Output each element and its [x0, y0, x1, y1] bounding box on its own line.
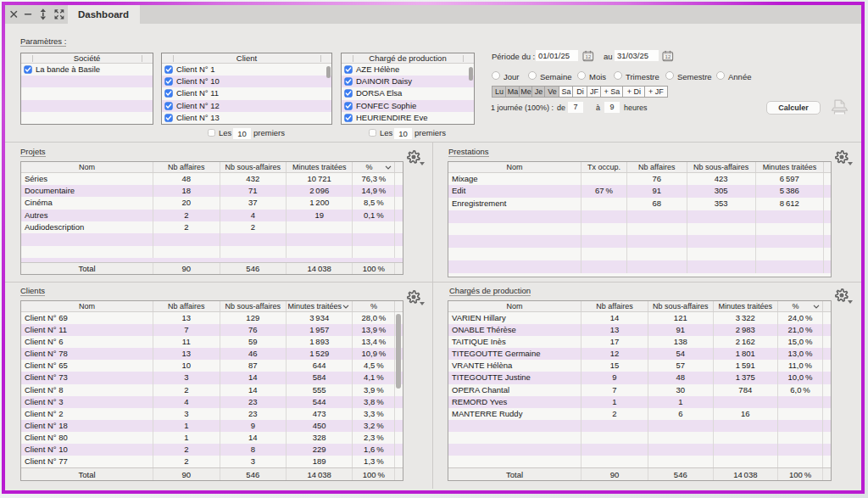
svg-text:12: 12	[586, 54, 592, 59]
svg-text:12: 12	[665, 54, 671, 59]
